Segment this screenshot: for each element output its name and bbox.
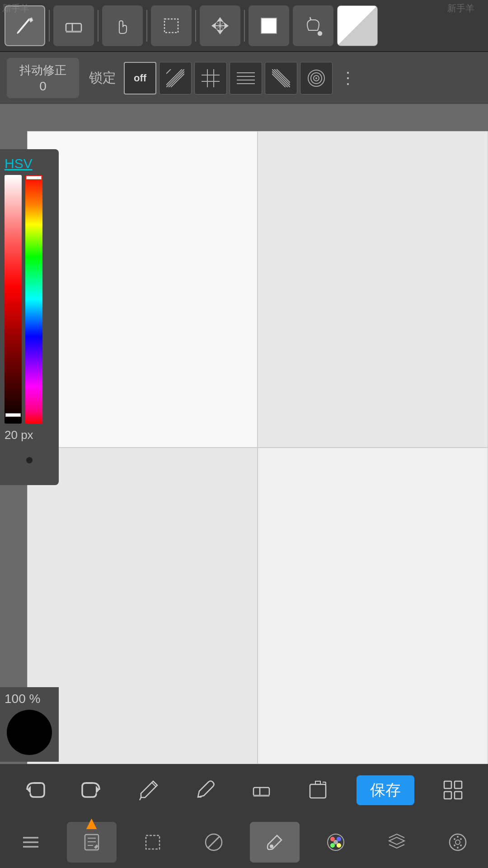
hue-handle[interactable] bbox=[26, 176, 42, 179]
stabilizer-button[interactable]: 抖动修正 0 bbox=[7, 58, 79, 98]
canvas-grid bbox=[27, 131, 488, 764]
svg-rect-46 bbox=[455, 792, 462, 799]
brush-preview bbox=[5, 442, 54, 478]
eraser-tool-button[interactable] bbox=[53, 5, 94, 46]
brush-dot bbox=[26, 457, 33, 463]
svg-point-66 bbox=[454, 838, 455, 840]
svg-line-12 bbox=[166, 69, 184, 87]
bucket-icon bbox=[302, 14, 324, 37]
canvas-quadrant-1[interactable] bbox=[27, 131, 258, 448]
watermark-tl: 新手羊 bbox=[2, 2, 29, 14]
nav-layers-button[interactable] bbox=[372, 822, 422, 863]
grid-icon bbox=[202, 69, 220, 87]
nav-select-icon bbox=[141, 831, 164, 854]
export-button[interactable] bbox=[300, 772, 336, 808]
bucket-tool-button[interactable] bbox=[293, 5, 333, 46]
orange-arrow-indicator: ▲ bbox=[83, 813, 101, 833]
svg-line-35 bbox=[140, 797, 141, 800]
white-square-icon bbox=[258, 14, 280, 37]
svg-point-57 bbox=[270, 844, 273, 848]
toolbar-separator-1 bbox=[49, 10, 50, 42]
undo-icon bbox=[23, 778, 47, 802]
svg-line-56 bbox=[208, 836, 220, 848]
svg-point-71 bbox=[457, 847, 459, 849]
color-sliders bbox=[5, 175, 54, 424]
lock-diagonal2-button[interactable] bbox=[265, 62, 297, 94]
svg-rect-3 bbox=[66, 24, 81, 32]
canvas-quadrant-3[interactable] bbox=[27, 448, 258, 764]
nav-edit-button[interactable]: ▲ bbox=[67, 822, 117, 863]
lock-off-button[interactable]: off bbox=[124, 62, 156, 94]
svg-rect-45 bbox=[444, 792, 451, 799]
svg-point-11 bbox=[318, 32, 322, 35]
nav-select-button[interactable] bbox=[128, 822, 178, 863]
fill-white-button[interactable] bbox=[249, 5, 289, 46]
color-picker-button[interactable] bbox=[337, 5, 378, 46]
diagonal-lines-icon bbox=[166, 69, 184, 87]
lock-radial-button[interactable] bbox=[300, 62, 333, 94]
nav-menu-button[interactable] bbox=[6, 822, 56, 863]
color-swatch[interactable] bbox=[7, 710, 52, 755]
redo-button[interactable] bbox=[74, 772, 110, 808]
svg-rect-40 bbox=[310, 784, 326, 798]
export-icon bbox=[305, 778, 330, 802]
move-tool-button[interactable] bbox=[200, 5, 240, 46]
lock-more-button[interactable]: ⋮ bbox=[335, 66, 361, 90]
horizontal-lines-icon bbox=[237, 69, 255, 87]
svg-rect-9 bbox=[261, 18, 277, 33]
svg-line-26 bbox=[274, 69, 290, 85]
saturation-slider[interactable] bbox=[5, 175, 22, 424]
nav-settings-icon bbox=[446, 831, 469, 854]
svg-point-68 bbox=[454, 844, 455, 846]
pen-icon bbox=[192, 778, 217, 802]
bottom-toolbar: 保存 bbox=[0, 764, 488, 816]
watermark-tr: 新手羊 bbox=[447, 2, 474, 14]
pencil-icon bbox=[14, 14, 36, 37]
hand-tool-button[interactable] bbox=[102, 5, 143, 46]
eyedropper-button[interactable] bbox=[130, 772, 166, 808]
brush-size-label: 20 px bbox=[5, 428, 54, 442]
canvas-area[interactable]: ‹ bbox=[0, 104, 488, 764]
redo-icon bbox=[79, 778, 104, 802]
svg-line-27 bbox=[272, 71, 288, 87]
nav-brush-button[interactable] bbox=[250, 822, 300, 863]
svg-rect-44 bbox=[455, 781, 462, 788]
lock-grid-button[interactable] bbox=[194, 62, 227, 94]
bottom-nav: ▲ bbox=[0, 816, 488, 868]
svg-line-13 bbox=[169, 71, 184, 87]
bottom-eraser-icon bbox=[249, 778, 274, 802]
save-button[interactable]: 保存 bbox=[357, 775, 414, 805]
select-tool-button[interactable] bbox=[151, 5, 192, 46]
nav-erase-button[interactable] bbox=[189, 822, 239, 863]
toolbar-separator-4 bbox=[195, 10, 196, 42]
lock-diagonal-button[interactable] bbox=[159, 62, 192, 94]
svg-rect-37 bbox=[253, 788, 269, 796]
pen-button[interactable] bbox=[187, 772, 223, 808]
second-toolbar: 抖动修正 0 锁定 off bbox=[0, 52, 488, 104]
bottom-eraser-button[interactable] bbox=[244, 772, 280, 808]
stabilizer-label: 抖动修正 bbox=[16, 62, 70, 78]
hsv-mode-button[interactable]: HSV bbox=[5, 156, 54, 171]
svg-line-25 bbox=[272, 69, 290, 87]
move-icon bbox=[209, 14, 231, 37]
svg-rect-43 bbox=[444, 781, 451, 788]
nav-color-button[interactable] bbox=[311, 822, 361, 863]
menu-icon bbox=[19, 831, 42, 854]
eraser-icon bbox=[62, 14, 85, 37]
canvas-quadrant-2[interactable] bbox=[258, 131, 488, 448]
grid-view-button[interactable] bbox=[435, 772, 471, 808]
svg-line-16 bbox=[166, 69, 171, 74]
canvas-quadrant-4[interactable] bbox=[258, 448, 488, 764]
saturation-handle[interactable] bbox=[5, 413, 21, 417]
toolbar-separator-3 bbox=[146, 10, 147, 42]
svg-marker-1 bbox=[29, 18, 33, 22]
undo-button[interactable] bbox=[17, 772, 53, 808]
stabilizer-value: 0 bbox=[16, 79, 70, 94]
lock-options: off bbox=[124, 62, 361, 94]
nav-settings-button[interactable] bbox=[433, 822, 483, 863]
svg-rect-54 bbox=[146, 835, 160, 849]
hue-slider[interactable] bbox=[25, 175, 42, 424]
lock-horizontal-button[interactable] bbox=[230, 62, 262, 94]
radial-icon bbox=[307, 69, 325, 87]
svg-point-67 bbox=[460, 838, 462, 840]
